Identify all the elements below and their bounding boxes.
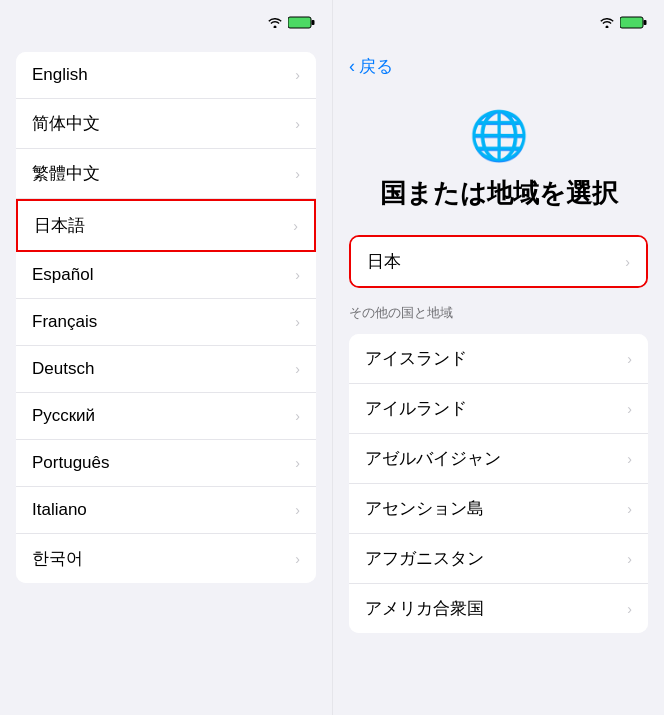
list-item-usa[interactable]: アメリカ合衆国 › [349,584,648,633]
list-item-ireland[interactable]: アイルランド › [349,384,648,434]
countries-list-group: アイスランド › アイルランド › アゼルバイジャン › アセンション島 › ア… [349,334,648,633]
language-label-korean: 한국어 [32,547,83,570]
list-item-korean[interactable]: 한국어 › [16,534,316,583]
list-item-russian[interactable]: Русский › [16,393,316,440]
country-label-usa: アメリカ合衆国 [365,597,484,620]
language-label-german: Deutsch [32,359,94,379]
chevron-icon: › [627,451,632,467]
svg-rect-1 [312,20,315,25]
chevron-icon: › [627,551,632,567]
chevron-icon: › [625,254,630,270]
list-item-azerbaijan[interactable]: アゼルバイジャン › [349,434,648,484]
language-label-italian: Italiano [32,500,87,520]
country-label-ascension: アセンション島 [365,497,484,520]
list-item-japan[interactable]: 日本 › [351,237,646,286]
battery-icon [620,16,648,29]
back-chevron-icon: ‹ [349,56,355,77]
chevron-icon: › [295,67,300,83]
country-label-japan: 日本 [367,250,401,273]
right-panel: ‹ 戻る 🌐 国または地域を選択 日本 › その他の国と地域 アイスランド › … [332,0,664,715]
chevron-icon: › [295,502,300,518]
list-item-afghanistan[interactable]: アフガニスタン › [349,534,648,584]
back-button[interactable]: ‹ 戻る [349,55,393,78]
right-nav-bar: ‹ 戻る [333,44,664,88]
list-item-english[interactable]: English › [16,52,316,99]
country-label-afghanistan: アフガニスタン [365,547,484,570]
language-label-portuguese: Português [32,453,110,473]
page-title: 国または地域を選択 [380,176,618,211]
country-label-iceland: アイスランド [365,347,467,370]
chevron-icon: › [293,218,298,234]
back-label: 戻る [359,55,393,78]
list-item-french[interactable]: Français › [16,299,316,346]
right-status-bar [333,0,664,44]
left-panel: English › 简体中文 › 繁體中文 › 日本語 › Español › … [0,0,332,715]
chevron-icon: › [295,551,300,567]
language-label-russian: Русский [32,406,95,426]
list-item-italian[interactable]: Italiano › [16,487,316,534]
list-item-japanese[interactable]: 日本語 › [16,199,316,252]
chevron-icon: › [627,501,632,517]
language-list-group: English › 简体中文 › 繁體中文 › 日本語 › Español › … [16,52,316,583]
list-item-ascension[interactable]: アセンション島 › [349,484,648,534]
svg-rect-0 [288,17,311,28]
wifi-icon [267,16,283,28]
chevron-icon: › [295,267,300,283]
svg-rect-2 [620,17,643,28]
country-label-ireland: アイルランド [365,397,467,420]
list-item-german[interactable]: Deutsch › [16,346,316,393]
wifi-icon [599,16,615,28]
right-status-icons [599,16,648,29]
language-label-simplified-chinese: 简体中文 [32,112,100,135]
chevron-icon: › [295,166,300,182]
language-label-english: English [32,65,88,85]
chevron-icon: › [295,116,300,132]
language-label-spanish: Español [32,265,93,285]
chevron-icon: › [627,401,632,417]
list-item-simplified-chinese[interactable]: 简体中文 › [16,99,316,149]
list-item-spanish[interactable]: Español › [16,252,316,299]
section-header-other: その他の国と地域 [333,296,664,326]
list-item-portuguese[interactable]: Português › [16,440,316,487]
list-item-iceland[interactable]: アイスランド › [349,334,648,384]
header-section: 🌐 国または地域を選択 [333,88,664,227]
japan-group: 日本 › [349,235,648,288]
chevron-icon: › [295,455,300,471]
language-label-japanese: 日本語 [34,214,85,237]
globe-icon: 🌐 [469,108,529,164]
chevron-icon: › [627,601,632,617]
country-label-azerbaijan: アゼルバイジャン [365,447,501,470]
svg-rect-3 [644,20,647,25]
country-list-container: 日本 › その他の国と地域 アイスランド › アイルランド › アゼルバイジャン… [333,227,664,715]
chevron-icon: › [295,314,300,330]
chevron-icon: › [295,408,300,424]
language-label-traditional-chinese: 繁體中文 [32,162,100,185]
left-status-bar [0,0,332,44]
chevron-icon: › [295,361,300,377]
chevron-icon: › [627,351,632,367]
language-label-french: Français [32,312,97,332]
language-list-container: English › 简体中文 › 繁體中文 › 日本語 › Español › … [0,44,332,715]
left-status-icons [267,16,316,29]
battery-icon [288,16,316,29]
list-item-traditional-chinese[interactable]: 繁體中文 › [16,149,316,199]
